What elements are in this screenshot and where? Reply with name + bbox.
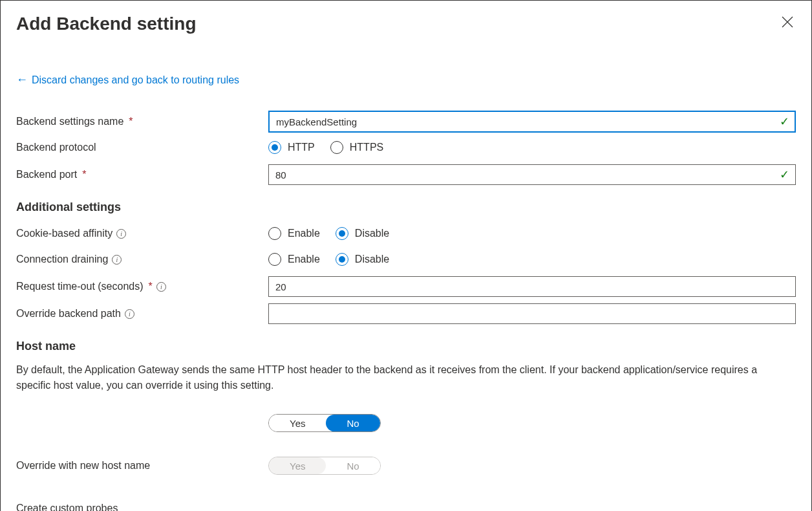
- draining-disable-radio[interactable]: Disable: [336, 253, 389, 266]
- row-override-path: Override backend path i: [16, 302, 796, 325]
- radio-selected-icon: [268, 141, 281, 154]
- override-new-hostname-toggle: Yes No: [268, 457, 381, 475]
- required-icon: *: [82, 169, 86, 180]
- port-input[interactable]: [268, 164, 796, 185]
- host-name-description: By default, the Application Gateway send…: [16, 362, 792, 393]
- protocol-https-radio[interactable]: HTTPS: [330, 141, 383, 154]
- row-cookie-affinity: Cookie-based affinity i Enable Disable: [16, 223, 796, 244]
- settings-name-input[interactable]: [268, 111, 796, 133]
- radio-unselected-icon: [268, 227, 281, 240]
- discard-back-link[interactable]: ← Discard changes and go back to routing…: [16, 73, 239, 87]
- row-custom-probes: Create custom probes: [16, 498, 796, 511]
- radio-unselected-icon: [330, 141, 343, 154]
- row-request-timeout: Request time-out (seconds)* i: [16, 275, 796, 298]
- info-icon[interactable]: i: [156, 282, 166, 292]
- cookie-enable-radio[interactable]: Enable: [268, 227, 320, 240]
- cookie-disable-radio[interactable]: Disable: [336, 227, 389, 240]
- info-icon[interactable]: i: [112, 255, 122, 265]
- radio-unselected-icon: [268, 253, 281, 266]
- info-icon[interactable]: i: [125, 309, 134, 319]
- request-timeout-input[interactable]: [268, 276, 796, 297]
- override-path-input[interactable]: [268, 303, 796, 324]
- radio-selected-icon: [336, 253, 348, 266]
- label-cookie-affinity: Cookie-based affinity i: [16, 228, 268, 239]
- row-connection-draining: Connection draining i Enable Disable: [16, 249, 796, 270]
- label-connection-draining: Connection draining i: [16, 254, 268, 265]
- label-port: Backend port*: [16, 169, 268, 180]
- back-link-text: Discard changes and go back to routing r…: [32, 74, 239, 86]
- override-new-no: No: [326, 457, 379, 474]
- label-protocol: Backend protocol: [16, 142, 268, 153]
- additional-settings-heading: Additional settings: [16, 201, 796, 214]
- host-override-yes[interactable]: Yes: [269, 415, 326, 431]
- row-protocol: Backend protocol HTTP HTTPS: [16, 137, 796, 158]
- label-override-path: Override backend path i: [16, 308, 268, 320]
- host-name-heading: Host name: [16, 340, 796, 353]
- row-settings-name: Backend settings name* ✓: [16, 110, 796, 133]
- host-override-toggle: Yes No: [268, 414, 381, 432]
- override-new-yes: Yes: [269, 457, 326, 474]
- cookie-affinity-radio-group: Enable Disable: [268, 227, 796, 240]
- label-settings-name: Backend settings name*: [16, 116, 268, 127]
- row-host-override-toggle: Yes No: [16, 413, 796, 433]
- panel-header: Add Backend setting: [16, 14, 796, 34]
- add-backend-setting-panel: Add Backend setting ← Discard changes an…: [0, 0, 812, 511]
- row-port: Backend port* ✓: [16, 163, 796, 186]
- row-override-new-hostname: Override with new host name Yes No: [16, 455, 796, 476]
- label-override-new-hostname: Override with new host name: [16, 460, 268, 472]
- draining-enable-radio[interactable]: Enable: [268, 253, 320, 266]
- required-icon: *: [149, 281, 153, 292]
- info-icon[interactable]: i: [116, 229, 126, 239]
- protocol-http-radio[interactable]: HTTP: [268, 141, 315, 154]
- label-request-timeout: Request time-out (seconds)* i: [16, 281, 268, 292]
- required-icon: *: [129, 116, 133, 127]
- host-override-no[interactable]: No: [326, 415, 379, 431]
- connection-draining-radio-group: Enable Disable: [268, 253, 796, 266]
- panel-title: Add Backend setting: [16, 14, 196, 34]
- close-icon: [782, 16, 793, 28]
- protocol-radio-group: HTTP HTTPS: [268, 141, 796, 154]
- arrow-left-icon: ←: [16, 73, 28, 87]
- close-button[interactable]: [779, 14, 796, 33]
- label-custom-probes: Create custom probes: [16, 503, 268, 511]
- radio-selected-icon: [336, 227, 348, 240]
